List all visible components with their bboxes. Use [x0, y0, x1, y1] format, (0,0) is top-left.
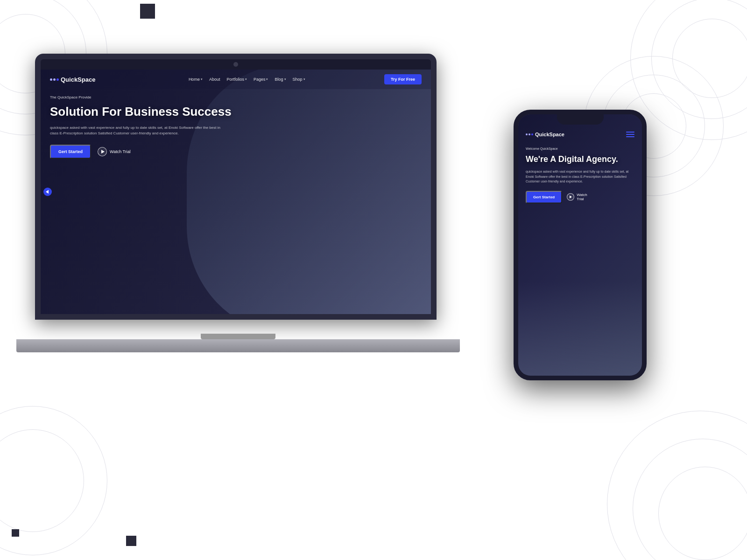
hamburger-line: [626, 134, 634, 135]
play-circle-icon: [98, 147, 107, 156]
arrow-left-icon: [46, 190, 49, 194]
phone-navbar: QuickSpace: [518, 126, 642, 143]
try-free-button[interactable]: Try For Free: [384, 74, 422, 84]
decor-circle: [658, 467, 747, 560]
phone-watch-trial-button[interactable]: Watch Trial: [567, 193, 587, 201]
laptop-hero: The QuickSpace Provide Solution For Busi…: [50, 95, 422, 314]
phone-hero-tag: Welcome QuickSpace: [526, 147, 634, 150]
nav-link-portfolios[interactable]: Portfolios ▾: [226, 77, 247, 82]
laptop-stand: [201, 334, 275, 339]
trial-text: Trial: [577, 197, 584, 201]
nav-link-home[interactable]: Home ▾: [189, 77, 203, 82]
phone-body: QuickSpace Welcome QuickSpace We're A Di…: [514, 110, 647, 380]
nav-link-about[interactable]: About: [209, 77, 220, 82]
hamburger-line: [626, 136, 634, 137]
phone-hero: Welcome QuickSpace We're A Digital Agenc…: [526, 147, 634, 203]
chevron-down-icon: ▾: [201, 77, 203, 81]
play-icon: [101, 150, 105, 154]
watch-text: Watch: [577, 193, 587, 197]
phone-play-icon: [570, 196, 572, 198]
chevron-down-icon: ▾: [245, 77, 247, 81]
phone-logo-dot-2: [529, 133, 530, 135]
phone-screen: QuickSpace Welcome QuickSpace We're A Di…: [518, 114, 642, 376]
chevron-down-icon: ▾: [284, 77, 286, 81]
hero-tag: The QuickSpace Provide: [50, 95, 422, 99]
hamburger-line: [626, 132, 634, 133]
nav-prev-button[interactable]: [43, 188, 52, 196]
phone-notch: [557, 114, 604, 125]
hamburger-menu-button[interactable]: [626, 132, 634, 137]
laptop-navbar: QuickSpace Home ▾ About Portfolios ▾: [41, 70, 431, 89]
decor-square: [126, 536, 136, 546]
phone-hero-title: We're A Digital Agency.: [526, 154, 634, 165]
phone-logo-dot-3: [531, 133, 533, 135]
chevron-down-icon: ▾: [303, 77, 305, 81]
decor-square: [140, 4, 155, 19]
logo-dot-3: [56, 78, 59, 81]
laptop-mockup: QuickSpace Home ▾ About Portfolios ▾: [35, 54, 441, 352]
decor-square: [12, 529, 19, 537]
laptop-website: QuickSpace Home ▾ About Portfolios ▾: [41, 70, 431, 314]
phone-logo-text: QuickSpace: [535, 132, 564, 137]
phone-website: QuickSpace Welcome QuickSpace We're A Di…: [518, 114, 642, 376]
main-scene: QuickSpace Home ▾ About Portfolios ▾: [0, 0, 747, 560]
laptop-screen: QuickSpace Home ▾ About Portfolios ▾: [41, 70, 431, 314]
laptop-body: QuickSpace Home ▾ About Portfolios ▾: [35, 54, 437, 320]
phone-play-circle-icon: [567, 193, 574, 201]
phone-logo-dot-1: [526, 133, 528, 135]
hero-buttons: Gert Started Watch Trial: [50, 145, 422, 159]
laptop-camera: [233, 62, 238, 67]
phone-mockup: QuickSpace Welcome QuickSpace We're A Di…: [514, 110, 647, 380]
phone-hero-description: quickspace asked with vast experience an…: [526, 169, 634, 184]
phone-bottom-content: [518, 282, 642, 376]
phone-get-started-button[interactable]: Gert Started: [526, 191, 562, 203]
logo-dot-1: [50, 78, 52, 81]
chevron-down-icon: ▾: [266, 77, 268, 81]
laptop-nav-links: Home ▾ About Portfolios ▾ Pages ▾ Blog ▾: [109, 77, 384, 82]
logo-dot-2: [53, 78, 56, 81]
get-started-button[interactable]: Gert Started: [50, 145, 91, 159]
nav-link-pages[interactable]: Pages ▾: [254, 77, 268, 82]
logo-dots: [50, 78, 59, 81]
laptop-base: [16, 339, 460, 352]
watch-trial-button[interactable]: Watch Trial: [98, 147, 131, 156]
laptop-logo: QuickSpace: [50, 76, 95, 83]
laptop-logo-text: QuickSpace: [61, 76, 95, 83]
nav-link-blog[interactable]: Blog ▾: [275, 77, 286, 82]
hero-description: quickspace asked with vast experience an…: [50, 125, 228, 136]
phone-logo-dots: [526, 133, 533, 135]
hero-title: Solution For Business Success: [50, 104, 254, 119]
phone-hero-buttons: Gert Started Watch Trial: [526, 191, 634, 203]
watch-trial-label: Watch Trial: [110, 149, 131, 154]
phone-watch-label: Watch Trial: [577, 193, 587, 201]
nav-link-shop[interactable]: Shop ▾: [293, 77, 305, 82]
